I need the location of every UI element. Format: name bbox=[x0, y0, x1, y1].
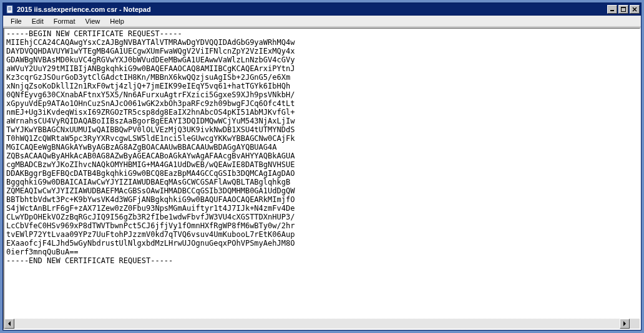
text-editor[interactable]: -----BEGIN NEW CERTIFICATE REQUEST----- … bbox=[4, 29, 640, 319]
scroll-right-button[interactable] bbox=[620, 319, 630, 329]
editor-area: -----BEGIN NEW CERTIFICATE REQUEST----- … bbox=[3, 27, 641, 330]
svg-marker-10 bbox=[623, 321, 626, 326]
menu-view[interactable]: View bbox=[80, 16, 105, 26]
menubar: File Edit Format View Help bbox=[3, 16, 641, 27]
horizontal-scrollbar[interactable] bbox=[4, 319, 640, 329]
scroll-left-button[interactable] bbox=[4, 319, 14, 329]
menu-edit[interactable]: Edit bbox=[27, 16, 49, 26]
menu-file[interactable]: File bbox=[6, 16, 27, 26]
svg-marker-9 bbox=[8, 321, 11, 326]
menu-help[interactable]: Help bbox=[105, 16, 129, 26]
svg-rect-0 bbox=[7, 6, 12, 13]
close-button[interactable] bbox=[630, 5, 640, 14]
titlebar[interactable]: 2015 iis.sslexperience.com csr - Notepad bbox=[3, 3, 641, 16]
scroll-track[interactable] bbox=[14, 319, 620, 329]
minimize-button[interactable] bbox=[607, 5, 617, 14]
scrollbar-corner bbox=[630, 319, 640, 329]
menu-format[interactable]: Format bbox=[49, 16, 80, 26]
window-controls bbox=[607, 5, 641, 14]
notepad-window: 2015 iis.sslexperience.com csr - Notepad… bbox=[2, 2, 642, 331]
maximize-button[interactable] bbox=[618, 5, 628, 14]
notepad-icon bbox=[6, 5, 14, 14]
window-title: 2015 iis.sslexperience.com csr - Notepad bbox=[17, 6, 607, 13]
